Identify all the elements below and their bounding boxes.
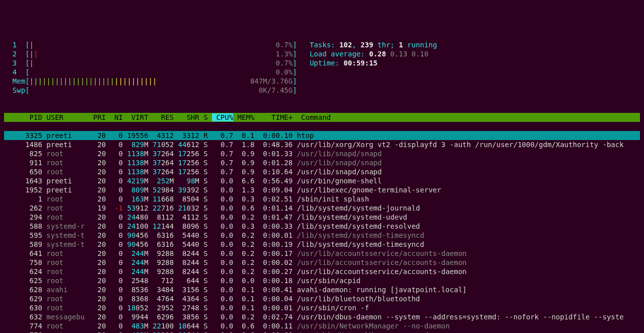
process-row[interactable]: 632 messagebu 20 0 9944 6296 3856 S 0.0 … — [4, 312, 640, 321]
process-row[interactable]: 3325 preeti 20 0 19556 4312 3312 R 0.7 0… — [4, 131, 640, 140]
meters-panel: 1 [| 0.7%] Tasks: 102, 239 thr; 1 runnin… — [4, 40, 640, 104]
process-row[interactable]: 630 root 20 0 18052 2952 2748 S 0.0 0.1 … — [4, 303, 640, 312]
process-row[interactable]: 595 systemd-t 20 0 90456 6316 5440 S 0.0… — [4, 231, 640, 240]
cpu-meter-3: 3 [| 0.7%] Uptime: 00:59:15 — [4, 58, 640, 68]
process-row[interactable]: 641 root 20 0 244M 9288 8244 S 0.0 0.2 0… — [4, 249, 640, 258]
process-row[interactable]: 625 root 20 0 2548 712 644 S 0.0 0.0 0:0… — [4, 276, 640, 285]
process-row[interactable]: 650 root 20 0 1138M 37264 17256 S 0.7 0.… — [4, 167, 640, 176]
process-row[interactable]: 825 root 20 0 1138M 37264 17256 S 0.7 0.… — [4, 149, 640, 158]
process-row[interactable]: 588 systemd-r 20 0 24100 12144 8096 S 0.… — [4, 222, 640, 231]
process-row[interactable]: 629 root 20 0 8368 4764 4364 S 0.0 0.1 0… — [4, 294, 640, 303]
cpu-meter-1: 1 [| 0.7%] Tasks: 102, 239 thr; 1 runnin… — [4, 40, 640, 49]
swap-meter: Swp[ 0K/7.45G] — [4, 86, 640, 95]
process-row[interactable]: 776 root 20 0 483M 22100 18644 S 0.0 0.6… — [4, 330, 640, 333]
process-row[interactable]: 624 root 20 0 244M 9288 8244 S 0.0 0.2 0… — [4, 267, 640, 276]
cpu-meter-4: 4 [ 0.0%] — [4, 68, 640, 77]
process-row[interactable]: 1486 preeti 20 0 829M 71052 44612 S 0.7 … — [4, 140, 640, 149]
process-list[interactable]: 3325 preeti 20 0 19556 4312 3312 R 0.7 0… — [4, 131, 640, 333]
process-row[interactable]: 589 systemd-t 20 0 90456 6316 5440 S 0.0… — [4, 240, 640, 249]
process-row[interactable]: 628 avahi 20 0 8536 3484 3156 S 0.0 0.1 … — [4, 285, 640, 294]
process-row[interactable]: 774 root 20 0 483M 22100 18644 S 0.0 0.6… — [4, 321, 640, 330]
process-row[interactable]: 911 root 20 0 1138M 37264 17256 S 0.7 0.… — [4, 158, 640, 167]
process-row[interactable]: 294 root 20 0 24480 8112 4112 S 0.0 0.2 … — [4, 213, 640, 222]
process-row[interactable]: 758 root 20 0 244M 9288 8244 S 0.0 0.2 0… — [4, 258, 640, 267]
process-row[interactable]: 1643 preeti 20 0 4219M 252M 98M S 0.0 6.… — [4, 176, 640, 185]
process-row[interactable]: 1952 preeti 20 0 809M 52984 39392 S 0.0 … — [4, 185, 640, 194]
process-row[interactable]: 1 root 20 0 163M 11668 8504 S 0.0 0.3 0:… — [4, 194, 640, 204]
mem-meter: Mem[|||||||||||||||||||||||||||||| 847M/… — [4, 77, 640, 86]
process-row[interactable]: 262 root 19 -1 53912 22716 21032 S 0.0 0… — [4, 204, 640, 213]
column-header-row[interactable]: PID USER PRI NI VIRT RES SHR S CPU% MEM%… — [4, 113, 640, 122]
cpu-meter-2: 2 [|| 1.3%] Load average: 0.28 0.13 0.10 — [4, 49, 640, 58]
